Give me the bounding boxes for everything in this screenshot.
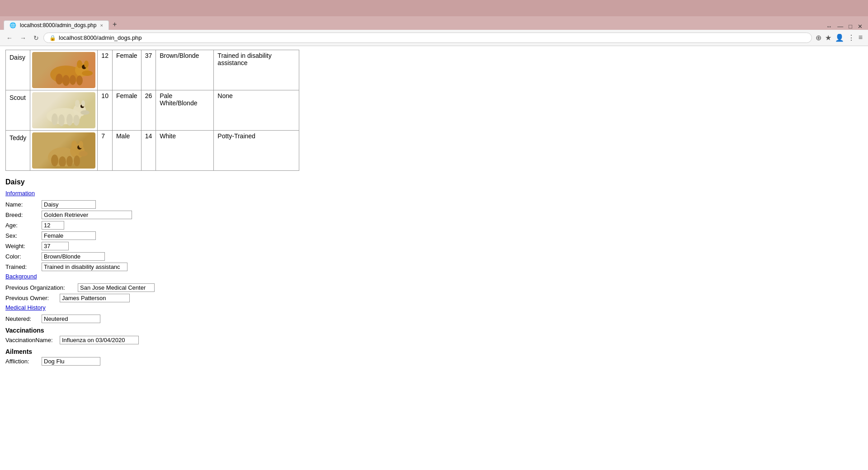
svg-point-28 [71,141,77,149]
dog-weight-cell: 37 [141,50,156,90]
ailments-label: Ailments [5,348,863,355]
dog-image [32,132,95,169]
prev-owner-field-row: Previous Owner: [5,294,863,302]
dog-name-cell: Teddy [6,131,30,171]
bookmark-icon[interactable]: ★ [825,33,831,42]
age-input[interactable] [42,221,64,230]
medical-history-link[interactable]: Medical History [5,304,863,311]
tab-close-button[interactable]: × [100,23,103,28]
svg-point-12 [52,113,58,125]
trained-input[interactable] [42,263,127,271]
svg-point-22 [51,155,58,166]
neutered-field-row: Neutered: [5,315,863,323]
background-link[interactable]: Background [5,273,863,280]
dog-image [32,92,95,128]
affliction-label: Affliction: [5,358,42,365]
svg-point-26 [79,151,88,156]
prev-org-label: Previous Organization: [5,284,78,291]
prev-owner-label: Previous Owner: [5,295,60,301]
vaccinations-label: Vaccinations [5,327,863,334]
age-field-row: Age: [5,221,863,230]
dog-image-cell [30,90,98,131]
weight-label: Weight: [5,243,42,249]
dog-name-cell: Scout [6,90,30,131]
svg-point-25 [74,155,80,166]
svg-point-9 [84,61,89,68]
dog-image-cell [30,50,98,90]
profile-icon[interactable]: 👤 [835,33,844,42]
tab-bar: 🌐 localhost:8000/admin_dogs.php × + ↔ — … [0,16,868,30]
more-icon[interactable]: ⋮ [848,33,855,42]
sex-field-row: Sex: [5,231,863,240]
dog-image [32,52,95,88]
browser-tab[interactable]: 🌐 localhost:8000/admin_dogs.php × [4,20,109,30]
svg-point-24 [66,156,73,166]
trained-field-row: Trained: [5,263,863,271]
dog-color-cell: Brown/Blonde [156,50,214,90]
back-button[interactable]: ← [4,33,15,42]
dog-trained-cell: None [214,90,299,131]
reload-button[interactable]: ↻ [31,33,42,42]
svg-point-3 [62,75,70,86]
dog-sex-cell: Female [112,90,141,131]
name-input[interactable] [42,200,96,209]
url-input[interactable] [59,34,806,41]
svg-point-14 [66,114,73,126]
dog-age-cell: 12 [98,50,113,90]
prev-org-field-row: Previous Organization: [5,283,863,292]
browser-chrome [0,0,868,16]
vacc-name-label: VaccinationName: [5,337,60,343]
extensions-icon[interactable]: ⊕ [816,33,821,42]
dog-weight-cell: 26 [141,90,156,131]
table-row: Daisy 12Female37Brown/BlondeTrained in d… [6,50,299,90]
information-link[interactable]: Information [5,190,863,197]
breed-label: Breed: [5,212,42,218]
forward-button[interactable]: → [17,33,29,42]
navigation-bar: ← → ↻ 🔒 ⊕ ★ 👤 ⋮ ≡ [0,30,868,46]
new-tab-button[interactable]: + [109,19,120,30]
prev-owner-input[interactable] [60,294,130,302]
dog-age-cell: 7 [98,131,113,171]
dog-sex-cell: Male [112,131,141,171]
svg-point-15 [73,115,80,126]
color-field-row: Color: [5,252,863,261]
sex-input[interactable] [42,231,96,240]
name-label: Name: [5,201,42,208]
prev-org-input[interactable] [78,283,155,292]
svg-point-16 [80,110,90,115]
name-field-row: Name: [5,200,863,209]
trained-label: Trained: [5,263,42,270]
menu-icon[interactable]: ≡ [859,33,863,42]
color-label: Color: [5,253,42,260]
tab-label: localhost:8000/admin_dogs.php [20,22,96,28]
dog-color-cell: Pale White/Blonde [156,90,214,131]
weight-input[interactable] [42,242,69,250]
dog-trained-cell: Trained in disability assistance [214,50,299,90]
svg-point-4 [70,75,76,85]
color-input[interactable] [42,252,105,261]
detail-dog-name: Daisy [5,178,863,186]
vacc-name-field-row: VaccinationName: [5,336,863,344]
browser-nav-icons: ⊕ ★ 👤 ⋮ ≡ [814,33,864,42]
breed-input[interactable] [42,211,132,219]
dog-color-cell: White [156,131,214,171]
weight-field-row: Weight: [5,242,863,250]
dogs-table: Daisy 12Female37Brown/BlondeTrained in d… [5,50,299,171]
vacc-name-input[interactable] [60,336,139,344]
dog-sex-cell: Female [112,50,141,90]
svg-point-13 [58,114,65,126]
dog-name-cell: Daisy [6,50,30,90]
neutered-input[interactable] [42,315,100,323]
svg-point-29 [79,141,83,148]
age-label: Age: [5,222,42,229]
affliction-field-row: Affliction: [5,357,863,366]
svg-point-5 [76,75,83,85]
address-bar[interactable]: 🔒 [43,33,812,43]
dog-trained-cell: Potty-Trained [214,131,299,171]
breed-field-row: Breed: [5,211,863,219]
affliction-input[interactable] [42,357,100,366]
neutered-label: Neutered: [5,315,42,322]
dog-weight-cell: 14 [141,131,156,171]
dog-image-cell [30,131,98,171]
sex-label: Sex: [5,232,42,239]
